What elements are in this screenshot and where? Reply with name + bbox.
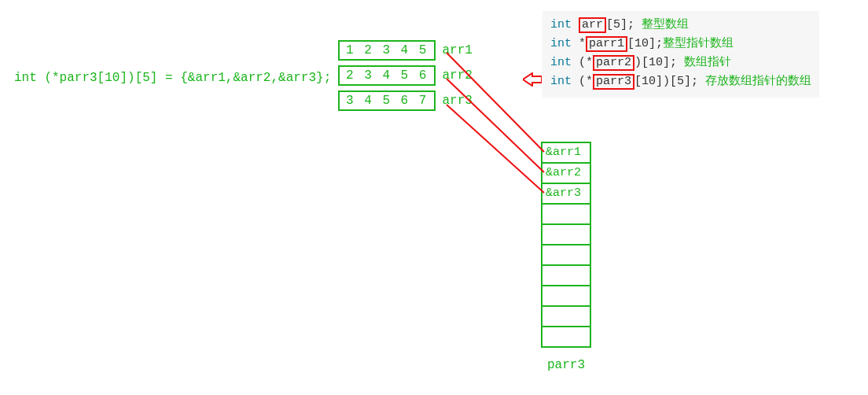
code-line-4: int (*parr3[10])[5]; 存放数组指针的数组 — [550, 72, 811, 91]
code-rest: [10]; — [627, 37, 663, 50]
open-paren: (* — [579, 56, 593, 69]
keyword: int — [550, 37, 572, 50]
array-row: 2 3 4 5 6 arr2 — [338, 65, 473, 86]
declaration-text: int (*parr3[10])[5] = {&arr1,&arr2,&arr3… — [14, 71, 331, 85]
parr3-cell — [542, 286, 590, 307]
arrow-left-icon — [523, 72, 542, 87]
array-values: 2 3 4 5 6 — [338, 65, 436, 86]
open-paren: (* — [579, 75, 593, 88]
code-comment: 存放数组指针的数组 — [705, 75, 811, 88]
boxed-ident: parr2 — [593, 55, 634, 71]
keyword: int — [550, 18, 572, 31]
parr3-label: parr3 — [547, 358, 585, 372]
star: * — [579, 37, 586, 50]
parr3-table: &arr1 &arr2 &arr3 — [541, 142, 591, 348]
array-label: arr2 — [442, 68, 472, 83]
svg-line-3 — [447, 105, 544, 193]
code-line-2: int *parr1[10];整型指针数组 — [550, 35, 811, 54]
parr3-cell: &arr3 — [542, 184, 590, 205]
array-row: 1 2 3 4 5 arr1 — [338, 40, 473, 61]
parr3-cell — [542, 225, 590, 245]
array-label: arr1 — [442, 43, 472, 57]
array-row: 3 4 5 6 7 arr3 — [338, 90, 473, 111]
close-paren: [10])[5]; — [634, 75, 698, 88]
parr3-cell: &arr2 — [542, 164, 590, 184]
array-values: 3 4 5 6 7 — [338, 90, 436, 111]
array-group: 1 2 3 4 5 arr1 2 3 4 5 6 arr2 3 4 5 6 7 … — [338, 40, 473, 116]
code-comment: 数组指针 — [684, 56, 731, 69]
code-line-3: int (*parr2)[10]; 数组指针 — [550, 54, 811, 72]
parr3-cell: &arr1 — [542, 143, 590, 164]
parr3-cell — [542, 266, 590, 286]
parr3-cell — [542, 307, 590, 327]
boxed-ident: parr3 — [593, 74, 634, 90]
parr3-cell — [542, 205, 590, 225]
close-paren: )[10]; — [634, 56, 677, 69]
parr3-cell — [542, 245, 590, 266]
code-rest: [5]; — [606, 18, 634, 31]
array-label: arr3 — [442, 94, 472, 108]
keyword: int — [550, 56, 572, 69]
boxed-ident: parr1 — [586, 36, 627, 52]
code-comment: 整型数组 — [642, 18, 689, 31]
keyword: int — [550, 75, 572, 88]
boxed-ident: arr — [579, 17, 606, 33]
parr3-cell — [542, 327, 590, 348]
code-comment: 整型指针数组 — [663, 37, 734, 50]
array-values: 1 2 3 4 5 — [338, 40, 436, 61]
code-panel: int arr[5]; 整型数组 int *parr1[10];整型指针数组 i… — [542, 11, 819, 98]
code-line-1: int arr[5]; 整型数组 — [550, 16, 811, 35]
svg-marker-0 — [523, 73, 542, 86]
